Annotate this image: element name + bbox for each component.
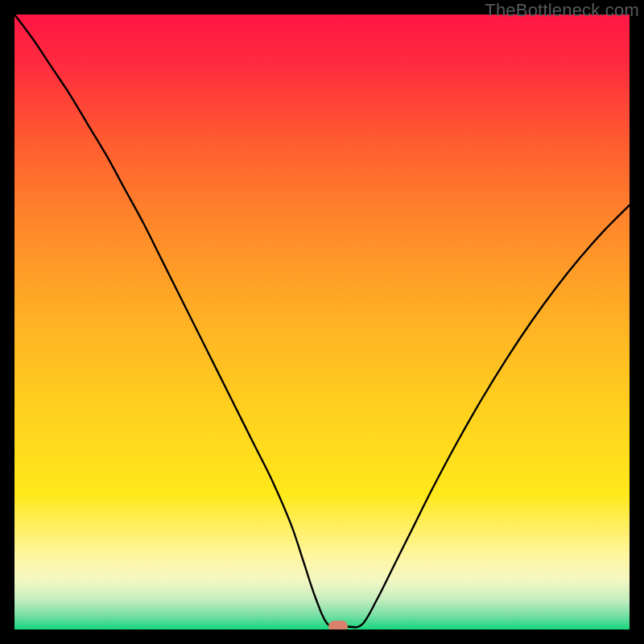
plot-area	[14, 14, 630, 630]
watermark-text: TheBottleneck.com	[485, 0, 639, 21]
optimal-point-marker	[328, 621, 348, 630]
chart-frame: TheBottleneck.com	[0, 0, 644, 644]
bottleneck-curve	[14, 14, 630, 630]
